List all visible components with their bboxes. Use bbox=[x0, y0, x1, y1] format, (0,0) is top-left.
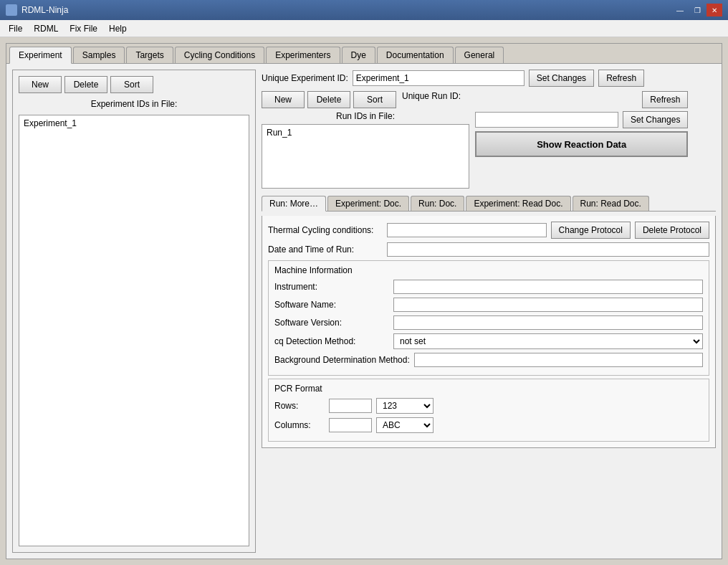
delete-experiment-button[interactable]: Delete bbox=[64, 76, 107, 93]
menu-rdml[interactable]: RDML bbox=[28, 22, 64, 35]
columns-select[interactable]: ABC 123 bbox=[376, 417, 434, 433]
unique-run-id-input[interactable] bbox=[475, 112, 618, 128]
run-section-right: Refresh Set Changes Show Reaction Data bbox=[475, 91, 688, 157]
run-section-left: New Delete Sort Unique Run ID: Run IDs i… bbox=[262, 91, 469, 189]
new-run-button[interactable]: New bbox=[262, 91, 305, 108]
tab-experimenters[interactable]: Experimenters bbox=[266, 47, 340, 63]
date-time-row: Date and Time of Run: bbox=[268, 242, 709, 257]
tab-general[interactable]: General bbox=[455, 47, 504, 63]
rows-select[interactable]: 123 ABC bbox=[376, 398, 434, 414]
set-changes-run-button[interactable]: Set Changes bbox=[623, 111, 688, 128]
tab-bar: Experiment Samples Targets Cycling Condi… bbox=[6, 44, 722, 64]
unique-run-id-label: Unique Run ID: bbox=[402, 91, 461, 108]
change-protocol-button[interactable]: Change Protocol bbox=[551, 222, 631, 239]
run-ids-label: Run IDs in File: bbox=[262, 111, 469, 121]
run-tab-exp-doc[interactable]: Experiment: Doc. bbox=[327, 196, 409, 211]
date-time-input[interactable] bbox=[387, 242, 709, 257]
pcr-format-box: PCR Format Rows: 123 ABC Columns: bbox=[268, 379, 709, 442]
refresh-experiment-button[interactable]: Refresh bbox=[598, 70, 644, 87]
right-panel: Unique Experiment ID: Set Changes Refres… bbox=[262, 70, 716, 553]
instrument-input[interactable] bbox=[393, 280, 703, 294]
run-tab-more[interactable]: Run: More… bbox=[262, 196, 326, 212]
left-panel: New Delete Sort Experiment IDs in File: … bbox=[12, 70, 256, 553]
tab-samples[interactable]: Samples bbox=[73, 47, 125, 63]
pcr-format-title: PCR Format bbox=[274, 384, 703, 394]
bg-determination-input[interactable] bbox=[414, 353, 703, 367]
thermal-cycling-row: Thermal Cycling conditions: Change Proto… bbox=[268, 222, 709, 239]
cq-detection-row: cq Detection Method: not set Ct cp Cq bbox=[274, 333, 703, 349]
software-version-row: Software Version: bbox=[274, 315, 703, 330]
thermal-cycling-input[interactable] bbox=[387, 223, 547, 237]
instrument-label: Instrument: bbox=[274, 282, 389, 292]
tab-cycling-conditions[interactable]: Cycling Conditions bbox=[175, 47, 264, 63]
rows-input[interactable] bbox=[329, 399, 372, 413]
run-refresh-row: Refresh bbox=[475, 91, 688, 108]
software-version-input[interactable] bbox=[393, 315, 703, 330]
cq-detection-label: cq Detection Method: bbox=[274, 336, 389, 346]
minimize-button[interactable]: — bbox=[672, 4, 688, 16]
close-button[interactable]: ✕ bbox=[707, 4, 722, 16]
columns-label: Columns: bbox=[274, 420, 325, 430]
tab-dye[interactable]: Dye bbox=[342, 47, 375, 63]
software-name-label: Software Name: bbox=[274, 300, 389, 310]
experiment-ids-label: Experiment IDs in File: bbox=[19, 99, 249, 109]
run-tab-run-doc[interactable]: Run: Doc. bbox=[411, 196, 464, 211]
rows-label: Rows: bbox=[274, 401, 325, 411]
menu-help[interactable]: Help bbox=[103, 22, 133, 35]
cq-detection-select[interactable]: not set Ct cp Cq bbox=[393, 333, 703, 349]
menu-fix-file[interactable]: Fix File bbox=[64, 22, 103, 35]
sort-run-button[interactable]: Sort bbox=[353, 91, 396, 108]
delete-run-button[interactable]: Delete bbox=[307, 91, 350, 108]
unique-experiment-id-input[interactable] bbox=[353, 70, 525, 86]
instrument-row: Instrument: bbox=[274, 280, 703, 294]
tab-targets[interactable]: Targets bbox=[126, 47, 173, 63]
run-tab-run-read-doc[interactable]: Run: Read Doc. bbox=[573, 196, 649, 211]
delete-protocol-button[interactable]: Delete Protocol bbox=[635, 222, 709, 239]
main-content: Experiment Samples Targets Cycling Condi… bbox=[0, 37, 728, 565]
tab-experiment[interactable]: Experiment bbox=[9, 47, 72, 64]
bg-determination-row: Background Determination Method: bbox=[274, 353, 703, 367]
window-controls: — ❐ ✕ bbox=[672, 4, 722, 16]
tabs-container: Experiment Samples Targets Cycling Condi… bbox=[6, 43, 722, 559]
set-changes-experiment-button[interactable]: Set Changes bbox=[529, 70, 594, 87]
restore-button[interactable]: ❐ bbox=[689, 4, 705, 16]
sort-experiment-button[interactable]: Sort bbox=[110, 76, 153, 93]
run-list-item[interactable]: Run_1 bbox=[264, 126, 467, 139]
bg-determination-label: Background Determination Method: bbox=[274, 355, 410, 365]
app-title: RDML-Ninja bbox=[21, 5, 668, 15]
run-more-panel: Thermal Cycling conditions: Change Proto… bbox=[262, 216, 716, 448]
run-list: Run_1 bbox=[262, 124, 469, 189]
columns-input[interactable] bbox=[329, 418, 372, 432]
rows-row: Rows: 123 ABC bbox=[274, 398, 703, 414]
date-time-label: Date and Time of Run: bbox=[268, 244, 383, 255]
columns-row: Columns: ABC 123 bbox=[274, 417, 703, 433]
title-bar: RDML-Ninja — ❐ ✕ bbox=[0, 0, 728, 20]
run-section: New Delete Sort Unique Run ID: Run IDs i… bbox=[262, 91, 716, 189]
software-name-row: Software Name: bbox=[274, 298, 703, 312]
software-name-input[interactable] bbox=[393, 298, 703, 312]
refresh-run-button[interactable]: Refresh bbox=[642, 91, 688, 108]
run-tabs: Run: More… Experiment: Doc. Run: Doc. Ex… bbox=[262, 196, 716, 212]
unique-experiment-id-label: Unique Experiment ID: bbox=[262, 73, 348, 83]
machine-info-box: Machine Information Instrument: Software… bbox=[268, 260, 709, 376]
app-icon bbox=[6, 4, 17, 16]
run-tab-exp-read-doc[interactable]: Experiment: Read Doc. bbox=[466, 196, 570, 211]
tab-content-experiment: New Delete Sort Experiment IDs in File: … bbox=[6, 64, 722, 559]
experiment-list-item[interactable]: Experiment_1 bbox=[21, 117, 247, 130]
experiment-list: Experiment_1 bbox=[19, 115, 249, 546]
tab-documentation[interactable]: Documentation bbox=[377, 47, 454, 63]
software-version-label: Software Version: bbox=[274, 318, 389, 328]
run-unique-id-input-row: Set Changes bbox=[475, 111, 688, 128]
menu-file[interactable]: File bbox=[3, 22, 28, 35]
thermal-cycling-label: Thermal Cycling conditions: bbox=[268, 225, 383, 235]
new-experiment-button[interactable]: New bbox=[19, 76, 62, 93]
experiment-id-row: Unique Experiment ID: Set Changes Refres… bbox=[262, 70, 716, 87]
menu-bar: File RDML Fix File Help bbox=[0, 20, 728, 37]
show-reaction-data-button[interactable]: Show Reaction Data bbox=[475, 131, 688, 157]
left-toolbar: New Delete Sort bbox=[19, 76, 249, 93]
run-toolbar: New Delete Sort Unique Run ID: bbox=[262, 91, 469, 108]
machine-info-title: Machine Information bbox=[274, 265, 703, 275]
